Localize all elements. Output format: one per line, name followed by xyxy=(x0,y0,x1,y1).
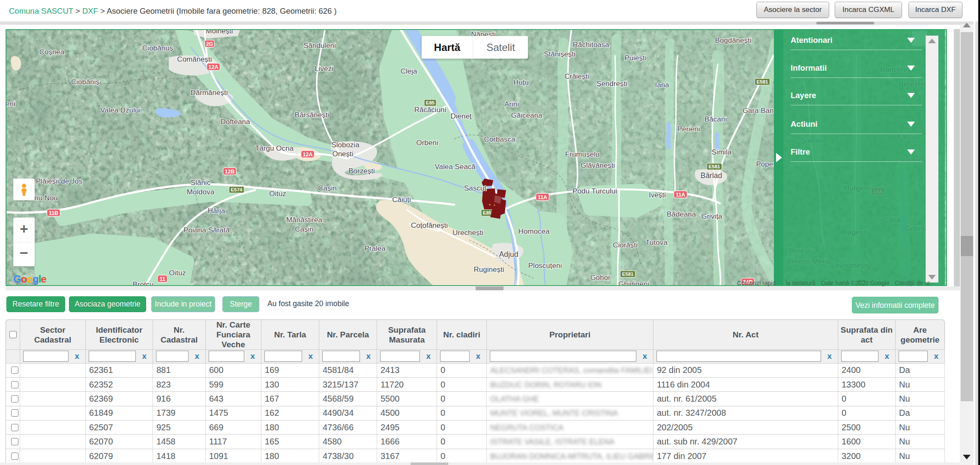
svg-text:Urechești: Urechești xyxy=(453,229,483,237)
svg-text:Ploscuțeni: Ploscuțeni xyxy=(528,262,562,270)
svg-text:Bârlad: Bârlad xyxy=(701,171,722,180)
svg-text:Borzești: Borzești xyxy=(348,167,375,175)
svg-text:Orbeni: Orbeni xyxy=(416,139,438,147)
svg-text:Arini: Arini xyxy=(504,100,519,108)
svg-text:Coțofănești: Coțofănești xyxy=(411,221,448,230)
svg-text:eni: eni xyxy=(6,100,15,108)
svg-text:Ghidigeni: Ghidigeni xyxy=(618,280,649,285)
svg-text:Slănic: Slănic xyxy=(191,179,211,187)
svg-text:Valea Uzului: Valea Uzului xyxy=(100,106,141,114)
svg-text:E574: E574 xyxy=(231,187,243,192)
svg-text:Onești: Onești xyxy=(332,150,353,158)
svg-text:Mănăstirea: Mănăstirea xyxy=(286,216,323,224)
svg-text:nu Nou: nu Nou xyxy=(34,194,58,202)
svg-text:Cleja: Cleja xyxy=(401,67,417,75)
svg-text:Pralea: Pralea xyxy=(364,244,386,253)
svg-text:Răchitoasa: Răchitoasa xyxy=(572,41,609,49)
svg-text:Crăiești: Crăiești xyxy=(564,72,589,80)
svg-text:Moldova: Moldova xyxy=(187,188,215,196)
svg-text:Coșnea: Coșnea xyxy=(39,48,65,56)
svg-text:Tutova: Tutova xyxy=(645,238,668,247)
svg-text:Gohor: Gohor xyxy=(590,274,611,282)
svg-text:Stănișești: Stănișești xyxy=(544,50,575,58)
svg-text:Adjud: Adjud xyxy=(499,250,518,259)
svg-text:Valea Seacă: Valea Seacă xyxy=(435,163,476,171)
svg-text:Ivești: Ivești xyxy=(649,191,666,199)
svg-text:Iana: Iana xyxy=(655,81,669,89)
svg-text:Târgu Ocna: Târgu Ocna xyxy=(255,144,294,152)
svg-text:2G: 2G xyxy=(206,41,213,47)
svg-text:Dieneț: Dieneț xyxy=(450,112,471,120)
svg-text:Huțu: Huțu xyxy=(513,78,529,86)
svg-text:Sascut: Sascut xyxy=(464,184,486,192)
svg-text:Homocea: Homocea xyxy=(518,227,550,235)
svg-text:Ciobănuș: Ciobănuș xyxy=(142,44,173,52)
svg-text:12B: 12B xyxy=(225,169,235,175)
svg-text:Simila: Simila xyxy=(712,148,732,156)
svg-text:Dărmănești: Dărmănești xyxy=(191,89,228,97)
svg-text:Frumușelu: Frumușelu xyxy=(565,150,599,158)
svg-text:Perieni: Perieni xyxy=(677,125,700,133)
svg-text:Răcăciuni: Răcăciuni xyxy=(414,106,447,114)
svg-text:Cașin: Cașin xyxy=(295,225,313,233)
svg-text:Băcani: Băcani xyxy=(704,115,727,123)
svg-text:Comănești: Comănești xyxy=(177,55,212,63)
svg-text:11: 11 xyxy=(159,276,165,282)
svg-text:Ciobăniș: Ciobăniș xyxy=(71,78,99,86)
svg-text:Brotcu: Brotcu xyxy=(132,280,153,285)
svg-text:Oituz: Oituz xyxy=(269,190,286,198)
svg-text:Bogdănești: Bogdănești xyxy=(715,36,751,45)
svg-text:Puiești: Puiești xyxy=(624,54,646,62)
svg-text:Grivița: Grivița xyxy=(701,212,722,221)
svg-text:Căiuți: Căiuți xyxy=(392,196,411,204)
svg-text:Podu Turcului: Podu Turcului xyxy=(572,187,617,195)
svg-text:Șendrești: Șendrești xyxy=(596,80,627,88)
svg-text:11A: 11A xyxy=(676,192,685,198)
svg-text:Corbasca: Corbasca xyxy=(484,135,515,143)
svg-text:12A: 12A xyxy=(303,152,313,158)
svg-text:Bârsănești: Bârsănești xyxy=(295,111,329,119)
svg-text:Slobozia: Slobozia xyxy=(331,141,360,149)
svg-text:E581: E581 xyxy=(622,271,634,277)
svg-text:Dofteana: Dofteana xyxy=(221,118,251,126)
svg-text:Ciorăști: Ciorăști xyxy=(613,241,638,249)
svg-text:Glăvănești: Glăvănești xyxy=(581,161,615,170)
svg-text:E581: E581 xyxy=(709,164,720,169)
svg-text:Găiceana: Găiceana xyxy=(511,111,542,119)
svg-text:11B: 11B xyxy=(49,210,58,216)
svg-text:E85: E85 xyxy=(483,210,492,215)
svg-text:Oituz: Oituz xyxy=(169,269,186,277)
svg-text:Plăieșii de Jos: Plăieșii de Jos xyxy=(36,177,83,185)
svg-text:11A: 11A xyxy=(538,194,547,200)
svg-text:Moinești: Moinești xyxy=(206,30,233,35)
svg-text:Bădeana: Bădeana xyxy=(667,210,696,218)
svg-text:Cașin: Cașin xyxy=(318,184,336,192)
svg-text:Ruginești: Ruginești xyxy=(474,265,504,274)
svg-text:E581: E581 xyxy=(757,79,768,84)
svg-text:E85: E85 xyxy=(426,100,435,105)
svg-text:Sănduleni: Sănduleni xyxy=(303,42,336,50)
svg-text:Livezi: Livezi xyxy=(315,65,333,73)
svg-text:Poiana Sărată: Poiana Sărată xyxy=(183,226,230,234)
svg-text:12A: 12A xyxy=(209,64,219,70)
svg-text:Hârja: Hârja xyxy=(208,207,225,215)
